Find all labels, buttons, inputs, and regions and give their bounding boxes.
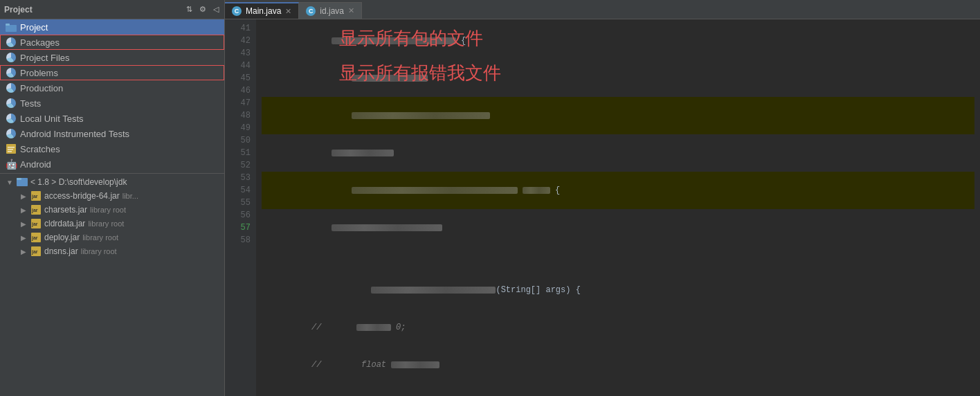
collapse-icon[interactable]: ◁ — [212, 3, 220, 15]
sidebar-item-production[interactable]: Production — [0, 80, 224, 96]
tab-bar: C Main.java ✕ C id.java ✕ — [225, 0, 980, 19]
production-icon — [6, 82, 17, 93]
android-icon: 🤖 — [6, 159, 17, 170]
expand-arrow-6: ▶ — [19, 248, 28, 255]
tree-item-jdk[interactable]: ▼ < 1.8 > D:\soft\develop\jdk — [0, 175, 224, 189]
problems-icon — [6, 67, 17, 78]
svg-text:jar: jar — [31, 194, 38, 199]
tree-label-dnsns: dnsns.jar — [44, 246, 78, 256]
expand-arrow-2: ▶ — [19, 192, 28, 200]
scratches-icon — [6, 143, 17, 154]
code-line-46 — [262, 209, 974, 246]
tree-label-access-bridge: access-bridge-64.jar — [44, 191, 120, 201]
jar-icon-4: jar — [30, 232, 42, 243]
android-instrumented-icon — [6, 128, 17, 139]
tree-label-charsets: charsets.jar — [44, 205, 87, 215]
tree-label-dnsns-sub: library root — [81, 247, 117, 255]
sidebar-title: Project — [4, 5, 33, 15]
svg-rect-2 — [6, 24, 10, 26]
sidebar-item-android[interactable]: 🤖 Android — [0, 156, 224, 172]
tree-label-cldrdata-sub: library root — [88, 219, 124, 228]
project-files-icon — [6, 52, 17, 63]
code-line-47 — [262, 246, 974, 259]
sidebar-item-problems[interactable]: Problems — [0, 65, 224, 80]
jar-icon-5: jar — [30, 246, 42, 257]
tree-item-jdk-label: < 1.8 > D:\soft\develop\jdk — [30, 177, 127, 187]
sync-icon[interactable]: ⇅ — [185, 3, 194, 15]
tab-main-java[interactable]: C Main.java ✕ — [225, 2, 299, 19]
tree-item-access-bridge[interactable]: ▶ jar access-bridge-64.jar libr... — [0, 189, 224, 203]
tab-id-java-label: id.java — [320, 6, 344, 16]
code-line-44 — [262, 134, 974, 172]
svg-text:jar: jar — [31, 222, 38, 227]
code-content[interactable]: 显示所有包的文件 显示所有报错我文件 { — [256, 19, 980, 396]
sidebar-item-problems-label: Problems — [20, 68, 58, 78]
svg-text:jar: jar — [31, 208, 38, 213]
sidebar-item-android-instrumented[interactable]: Android Instrumented Tests — [0, 126, 224, 141]
expand-arrow-3: ▶ — [19, 206, 28, 214]
code-line-48 — [262, 259, 974, 271]
sidebar-item-project-files-label: Project Files — [20, 53, 70, 63]
code-line-45: { — [262, 172, 974, 209]
svg-rect-8 — [17, 178, 21, 180]
code-line-42 — [262, 60, 974, 97]
svg-text:jar: jar — [31, 235, 38, 241]
tree-item-deploy[interactable]: ▶ jar deploy.jar library root — [0, 231, 224, 244]
tree-item-dnsns[interactable]: ▶ jar dnsns.jar library root — [0, 244, 224, 258]
code-line-49: (String[] args) { — [262, 271, 974, 309]
code-line-52: // .println("哈◆哈哈哈"); — [262, 384, 974, 396]
svg-rect-5 — [8, 149, 13, 150]
folder-icon — [6, 21, 17, 33]
tests-icon — [6, 98, 17, 109]
expand-arrow-4: ▶ — [19, 220, 28, 228]
tree-item-charsets[interactable]: ▶ jar charsets.jar library root — [0, 203, 224, 217]
sidebar-item-local-unit-label: Local Unit Tests — [20, 114, 84, 124]
tree-label-deploy-sub: library root — [82, 233, 118, 242]
sidebar-item-project-files[interactable]: Project Files — [0, 50, 224, 65]
jdk-icon — [17, 177, 28, 188]
tree-item-cldrdata[interactable]: ▶ jar cldrdata.jar library root — [0, 217, 224, 231]
sidebar-item-production-label: Production — [20, 83, 63, 93]
jar-icon-1: jar — [30, 190, 42, 201]
expand-arrow: ▼ — [6, 179, 14, 186]
sidebar-list: Project Packages Project Files — [0, 19, 224, 396]
svg-rect-4 — [8, 147, 15, 148]
sidebar-item-packages[interactable]: Packages — [0, 35, 224, 50]
sidebar-item-android-label: Android — [20, 159, 51, 170]
tab-main-java-close[interactable]: ✕ — [285, 7, 291, 16]
code-line-43 — [262, 97, 974, 134]
sidebar-item-tests[interactable]: Tests — [0, 96, 224, 111]
tree-label-access-bridge-sub: libr... — [122, 192, 138, 200]
sidebar-item-local-unit-tests[interactable]: Local Unit Tests — [0, 111, 224, 126]
settings-icon[interactable]: ⚙ — [198, 3, 208, 15]
sidebar-item-tests-label: Tests — [20, 98, 41, 109]
tree-label-cldrdata: cldrdata.jar — [44, 219, 85, 228]
svg-rect-6 — [8, 151, 12, 152]
sidebar-item-scratches-label: Scratches — [20, 144, 60, 154]
sidebar-item-scratches[interactable]: Scratches — [0, 141, 224, 156]
sidebar: Project ⇅ ⚙ ◁ Project Packages — [0, 0, 225, 396]
tab-id-java-close[interactable]: ✕ — [348, 6, 354, 15]
svg-text:jar: jar — [31, 249, 38, 255]
code-line-41: { — [262, 22, 974, 60]
packages-icon — [6, 37, 17, 48]
tree-label-deploy: deploy.jar — [44, 233, 80, 242]
sidebar-item-android-instrumented-label: Android Instrumented Tests — [20, 129, 129, 139]
tree-label-charsets-sub: library root — [90, 206, 126, 214]
tab-main-java-label: Main.java — [246, 6, 281, 16]
code-line-50: // 0; — [262, 309, 974, 346]
code-line-51: // float — [262, 346, 974, 384]
sidebar-item-project-label: Project — [20, 22, 48, 33]
tab-id-java-icon: C — [306, 6, 316, 16]
code-container: 41 42 43 44 45 46 47 48 49 50 51 52 53 5… — [225, 19, 980, 396]
tab-main-java-icon: C — [232, 6, 242, 16]
sidebar-item-project[interactable]: Project — [0, 19, 224, 35]
tab-id-java[interactable]: C id.java ✕ — [299, 2, 362, 19]
jar-icon-3: jar — [30, 218, 42, 229]
jar-icon-2: jar — [30, 204, 42, 215]
expand-arrow-5: ▶ — [19, 234, 28, 242]
line-numbers: 41 42 43 44 45 46 47 48 49 50 51 52 53 5… — [225, 19, 256, 396]
editor-area: C Main.java ✕ C id.java ✕ 41 42 43 44 45… — [225, 0, 980, 396]
local-unit-icon — [6, 113, 17, 124]
sidebar-item-packages-label: Packages — [20, 37, 60, 48]
